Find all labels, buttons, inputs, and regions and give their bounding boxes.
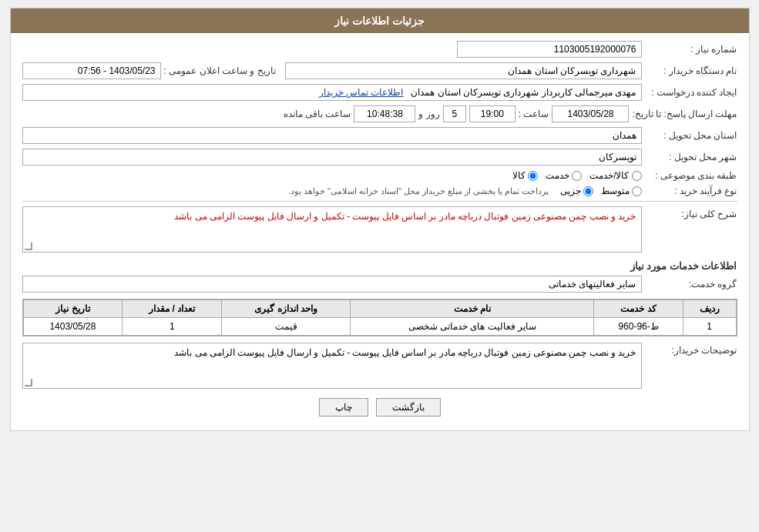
radio-service-label: خدمت: [546, 170, 569, 181]
province-value: همدان: [22, 127, 642, 144]
buyer-desc-text: خرید و نصب چمن مصنوعی زمین فوتبال درباچه…: [174, 347, 636, 358]
radio-goods-label: کالا: [512, 170, 526, 181]
category-radio-group: کالا/خدمت خدمت کالا: [512, 170, 641, 181]
general-desc-value: خرید و نصب چمن مصنوعی زمین فوتبال درباچه…: [22, 206, 642, 253]
public-date-value: 1403/05/23 - 07:56: [22, 62, 161, 79]
purchase-note: پرداخت تمام یا بخشی از مبلغ خریداز محل "…: [288, 186, 549, 196]
category-row: طبقه بندی موضوعی : کالا/خدمت خدمت کالا: [22, 170, 737, 181]
main-content: شماره نیاز : 1103005192000076 نام دستگاه…: [11, 33, 749, 430]
buyer-desc-label: توضیحات خریدار:: [645, 343, 737, 356]
deadline-time-label: ساعت :: [519, 109, 549, 119]
buyer-desc-content: خرید و نصب چمن مصنوعی زمین فوتبال درباچه…: [22, 343, 642, 389]
general-desc-box: شرح کلی نیاز: خرید و نصب چمن مصنوعی زمین…: [22, 206, 737, 253]
buyer-date-row: نام دستگاه خریدار : شهرداری تویسرکان است…: [22, 62, 737, 79]
radio-goods-service-label: کالا/خدمت: [589, 170, 629, 181]
radio-goods-item: کالا: [512, 170, 538, 181]
deadline-label: مهلت ارسال پاسخ: تا تاریخ:: [632, 109, 737, 119]
creator-label: ایجاد کننده درخواست :: [645, 87, 737, 98]
page-container: جزئیات اطلاعات نیاز شماره نیاز : 1103005…: [10, 8, 750, 431]
radio-partial[interactable]: [583, 186, 593, 196]
col-quantity: تعداد / مقدار: [123, 300, 222, 318]
general-desc-label: شرح کلی نیاز:: [645, 206, 737, 219]
services-section-title: اطلاعات خدمات مورد نیاز: [22, 260, 737, 272]
service-group-row: گروه خدمت: سایر فعالیتهای خدماتی: [22, 276, 737, 293]
buyer-org-label: نام دستگاه خریدار :: [645, 65, 737, 76]
deadline-remaining: 10:48:38: [354, 105, 415, 122]
divider-1: [22, 201, 737, 202]
purchase-type-label: نوع فرآیند خرید :: [645, 186, 737, 196]
buyer-org-value: شهرداری تویسرکان استان همدان: [285, 62, 642, 79]
resize-handle-2: [25, 379, 32, 386]
category-label: طبقه بندی موضوعی :: [645, 170, 737, 181]
radio-partial-label: جزیی: [560, 186, 581, 196]
col-unit: واحد اندازه گیری: [222, 300, 351, 318]
service-group-value: سایر فعالیتهای خدماتی: [22, 276, 642, 293]
radio-goods[interactable]: [528, 171, 538, 181]
radio-medium[interactable]: [632, 186, 642, 196]
buttons-row: بازگشت چاپ: [22, 398, 737, 417]
province-label: استان محل تحویل :: [645, 130, 737, 141]
contact-link[interactable]: اطلاعات تماس خریدار: [319, 87, 404, 98]
radio-medium-item: متوسط: [601, 186, 642, 196]
need-number-value: 1103005192000076: [457, 41, 642, 58]
resize-handle-1: [25, 243, 32, 250]
col-code: کد خدمت: [594, 300, 683, 318]
col-date: تاریخ نیاز: [23, 300, 123, 318]
deadline-days: 5: [443, 105, 466, 122]
cell-quantity: 1: [123, 318, 222, 336]
services-table-container: ردیف کد خدمت نام خدمت واحد اندازه گیری ت…: [22, 299, 737, 336]
purchase-type-row: نوع فرآیند خرید : متوسط جزیی پرداخت تمام…: [22, 186, 737, 196]
radio-medium-label: متوسط: [601, 186, 630, 196]
deadline-date: 1403/05/28: [552, 105, 629, 122]
buyer-desc-box: توضیحات خریدار: خرید و نصب چمن مصنوعی زم…: [22, 343, 737, 389]
need-number-row: شماره نیاز : 1103005192000076: [22, 41, 737, 58]
radio-service-item: خدمت: [546, 170, 582, 181]
public-date-label: تاریخ و ساعت اعلان عمومی :: [164, 65, 276, 76]
creator-row: ایجاد کننده درخواست : مهدی میرجمالی کارب…: [22, 84, 737, 101]
creator-text: مهدی میرجمالی کاربرداز شهرداری تویسرکان …: [411, 87, 636, 98]
table-header-row: ردیف کد خدمت نام خدمت واحد اندازه گیری ت…: [23, 300, 736, 318]
cell-date: 1403/05/28: [23, 318, 123, 336]
radio-service[interactable]: [572, 171, 582, 181]
col-name: نام خدمت: [351, 300, 594, 318]
header-title: جزئیات اطلاعات نیاز: [334, 15, 425, 27]
radio-goods-service-item: کالا/خدمت: [589, 170, 641, 181]
radio-partial-item: جزیی: [560, 186, 593, 196]
cell-row: 1: [683, 318, 736, 336]
cell-code: ط-96-960: [594, 318, 683, 336]
deadline-remaining-label: ساعت باقی مانده: [284, 109, 351, 119]
deadline-days-label: روز و: [418, 109, 439, 119]
city-value: تویسرکان: [22, 149, 642, 166]
cell-name: سایر فعالیت های خدماتی شخصی: [351, 318, 594, 336]
city-label: شهر محل تحویل :: [645, 152, 737, 162]
creator-value: مهدی میرجمالی کاربرداز شهرداری تویسرکان …: [22, 84, 642, 101]
radio-goods-service[interactable]: [632, 171, 642, 181]
services-table: ردیف کد خدمت نام خدمت واحد اندازه گیری ت…: [23, 299, 737, 336]
deadline-time: 19:00: [469, 105, 516, 122]
purchase-type-radio-group: متوسط جزیی: [560, 186, 642, 196]
page-header: جزئیات اطلاعات نیاز: [11, 8, 749, 33]
province-row: استان محل تحویل : همدان: [22, 127, 737, 144]
print-button[interactable]: چاپ: [319, 398, 368, 417]
table-row: 1ط-96-960سایر فعالیت های خدماتی شخصیقیمت…: [23, 318, 736, 336]
deadline-row: مهلت ارسال پاسخ: تا تاریخ: 1403/05/28 سا…: [22, 105, 737, 122]
service-group-label: گروه خدمت:: [645, 279, 737, 289]
general-desc-text: خرید و نصب چمن مصنوعی زمین فوتبال درباچه…: [174, 211, 636, 222]
cell-unit: قیمت: [222, 318, 351, 336]
city-row: شهر محل تحویل : تویسرکان: [22, 149, 737, 166]
col-row: ردیف: [683, 300, 736, 318]
back-button[interactable]: بازگشت: [376, 398, 441, 417]
need-number-label: شماره نیاز :: [645, 44, 737, 55]
